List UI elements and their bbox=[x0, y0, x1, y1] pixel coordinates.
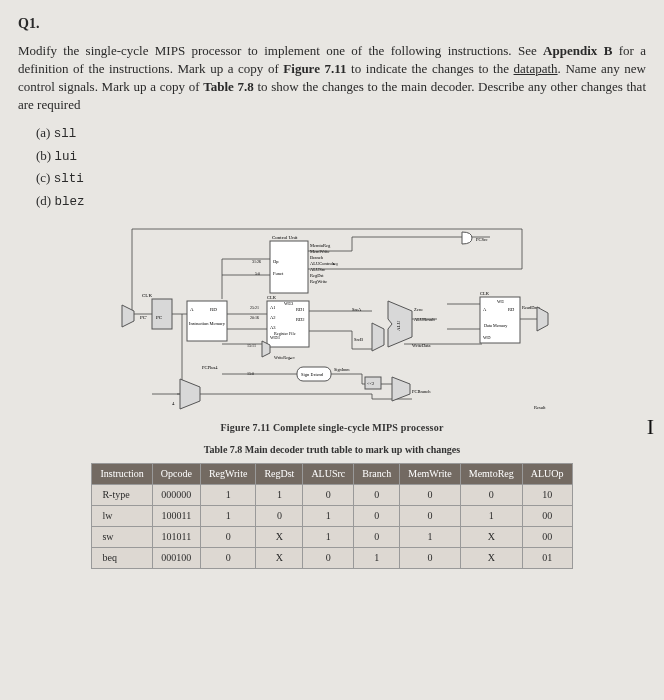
appendix-ref: Appendix B bbox=[543, 43, 612, 58]
option-d: (d) blez bbox=[36, 192, 646, 212]
label-pcbranch: PCBranch bbox=[412, 389, 431, 394]
label-regdst: RegDst bbox=[310, 273, 324, 278]
cell-aluop: 00 bbox=[522, 527, 572, 548]
th-alusrc: ALUSrc bbox=[303, 464, 354, 485]
label-instruction-memory: Instruction Memory bbox=[189, 321, 226, 326]
datapath-word: datapath bbox=[514, 61, 558, 76]
question-text: Modify the single-cycle MIPS processor t… bbox=[18, 42, 646, 115]
table-ref: Table 7.8 bbox=[203, 79, 254, 94]
cell-regwrite: 0 bbox=[200, 548, 255, 569]
label-control-unit: Control Unit bbox=[272, 235, 298, 240]
label-15-0: 15:0 bbox=[247, 371, 254, 376]
label-pcsrc: PCSrc bbox=[476, 237, 488, 242]
label-register-file: Register File bbox=[274, 331, 296, 336]
label-clk3: CLK bbox=[480, 291, 490, 296]
label-data-memory: Data Memory bbox=[484, 323, 508, 328]
label-op: Op bbox=[273, 259, 279, 264]
option-label: (d) bbox=[36, 193, 51, 208]
option-label: (b) bbox=[36, 148, 51, 163]
label-funct: Funct bbox=[273, 271, 284, 276]
cell-memwrite: 0 bbox=[400, 506, 460, 527]
label-31-26: 31:26 bbox=[252, 259, 261, 264]
text-cursor-icon: I bbox=[647, 412, 654, 443]
cell-memwrite: 1 bbox=[400, 527, 460, 548]
cell-regdst: 0 bbox=[256, 506, 303, 527]
label-alucontrol: ALUControl₂:₀ bbox=[310, 261, 338, 266]
table-row: sw 101011 0 X 1 0 1 X 00 bbox=[92, 527, 572, 548]
cell-memwrite: 0 bbox=[400, 485, 460, 506]
label-a3: A3 bbox=[270, 325, 276, 330]
table-caption: Table 7.8 Main decoder truth table to ma… bbox=[18, 443, 646, 457]
label-5-0: 5:0 bbox=[255, 271, 260, 276]
cell-regdst: X bbox=[256, 527, 303, 548]
figure-caption: Figure 7.11 Complete single-cycle MIPS p… bbox=[18, 421, 646, 435]
th-instruction: Instruction bbox=[92, 464, 152, 485]
label-rd1: RD1 bbox=[296, 307, 305, 312]
th-aluop: ALUOp bbox=[522, 464, 572, 485]
cell-branch: 0 bbox=[354, 527, 400, 548]
label-20-16: 20:16 bbox=[250, 315, 259, 320]
label-a2: A2 bbox=[270, 315, 276, 320]
label-srcb: SrcB bbox=[354, 337, 363, 342]
cell-memtoreg: 0 bbox=[460, 485, 522, 506]
cell-instr: sw bbox=[92, 527, 152, 548]
option-label: (c) bbox=[36, 170, 50, 185]
cell-memwrite: 0 bbox=[400, 548, 460, 569]
label-branch: Branch bbox=[310, 255, 324, 260]
table-row: lw 100011 1 0 1 0 0 1 00 bbox=[92, 506, 572, 527]
label-rd-dm: RD bbox=[508, 307, 515, 312]
option-code: lui bbox=[54, 150, 77, 164]
svg-rect-0 bbox=[152, 299, 172, 329]
cell-regdst: 1 bbox=[256, 485, 303, 506]
cell-alusrc: 0 bbox=[303, 548, 354, 569]
label-wd: WD bbox=[483, 335, 491, 340]
table-header-row: Instruction Opcode RegWrite RegDst ALUSr… bbox=[92, 464, 572, 485]
question-title: Q1. bbox=[18, 14, 646, 34]
label-pc: PC bbox=[156, 315, 163, 320]
label-writedata: WriteData bbox=[412, 343, 431, 348]
cell-branch: 0 bbox=[354, 506, 400, 527]
cell-regwrite: 1 bbox=[200, 485, 255, 506]
cell-aluop: 10 bbox=[522, 485, 572, 506]
th-memtoreg: MemtoReg bbox=[460, 464, 522, 485]
label-writereg: WriteReg₄:₀ bbox=[274, 355, 295, 360]
label-sign-extend: Sign Extend bbox=[301, 372, 324, 377]
mips-datapath-diagram: CLK PC' PC A RD Instruction Memory Contr… bbox=[92, 219, 572, 419]
label-shift2: <<2 bbox=[367, 381, 374, 386]
figure-wrap: CLK PC' PC A RD Instruction Memory Contr… bbox=[18, 219, 646, 435]
cell-regwrite: 1 bbox=[200, 506, 255, 527]
label-memtoreg: MemtoReg bbox=[310, 243, 331, 248]
cell-opcode: 101011 bbox=[152, 527, 200, 548]
label-clk2: CLK bbox=[267, 295, 277, 300]
cell-alusrc: 0 bbox=[303, 485, 354, 506]
th-opcode: Opcode bbox=[152, 464, 200, 485]
svg-rect-2 bbox=[270, 241, 308, 293]
th-branch: Branch bbox=[354, 464, 400, 485]
decoder-table: Instruction Opcode RegWrite RegDst ALUSr… bbox=[91, 463, 572, 569]
cell-regdst: X bbox=[256, 548, 303, 569]
label-alusrc: ALUSrc bbox=[310, 267, 325, 272]
label-we3: WE3 bbox=[284, 301, 294, 306]
option-a: (a) sll bbox=[36, 124, 646, 144]
label-memwrite: MemWrite bbox=[310, 249, 330, 254]
label-srca: SrcA bbox=[352, 307, 362, 312]
cell-opcode: 000000 bbox=[152, 485, 200, 506]
cell-alusrc: 1 bbox=[303, 506, 354, 527]
qtext-3: to indicate the changes to the bbox=[347, 61, 514, 76]
label-a: A bbox=[190, 307, 194, 312]
cell-opcode: 100011 bbox=[152, 506, 200, 527]
cell-aluop: 00 bbox=[522, 506, 572, 527]
label-4: 4 bbox=[172, 401, 175, 406]
cell-aluop: 01 bbox=[522, 548, 572, 569]
th-memwrite: MemWrite bbox=[400, 464, 460, 485]
cell-memtoreg: X bbox=[460, 527, 522, 548]
label-result: Result bbox=[534, 405, 546, 410]
option-code: slti bbox=[54, 172, 84, 186]
qtext-1: Modify the single-cycle MIPS processor t… bbox=[18, 43, 543, 58]
label-a1: A1 bbox=[270, 305, 276, 310]
options-list: (a) sll (b) lui (c) slti (d) blez bbox=[36, 124, 646, 211]
cell-instr: beq bbox=[92, 548, 152, 569]
label-aluresult: ALUResult bbox=[414, 317, 435, 322]
cell-instr: R-type bbox=[92, 485, 152, 506]
label-regwrite: RegWrite bbox=[310, 279, 327, 284]
